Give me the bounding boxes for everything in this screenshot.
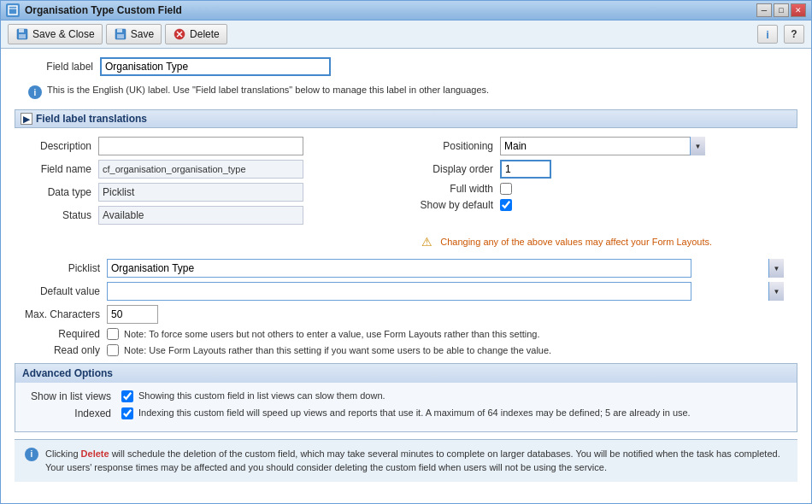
- default-value-dropdown-arrow: ▼: [768, 282, 784, 301]
- translations-label: Field label translations: [36, 113, 147, 125]
- minimize-button[interactable]: ─: [756, 3, 772, 17]
- bottom-info-bar: i Clicking Delete will schedule the dele…: [15, 439, 797, 482]
- display-order-row: Display order: [415, 160, 791, 179]
- description-input[interactable]: [98, 137, 303, 155]
- field-name-value: cf_organisation_organisation_type: [98, 160, 303, 179]
- positioning-row: Positioning Main Side Bottom ▼: [415, 137, 791, 155]
- svg-rect-7: [117, 34, 124, 38]
- picklist-select[interactable]: Organisation Type: [107, 259, 691, 278]
- delete-button[interactable]: Delete: [165, 24, 227, 44]
- picklist-row: Picklist Organisation Type ▼: [15, 259, 797, 278]
- field-name-label: Field name: [21, 163, 98, 175]
- save-close-icon: [15, 27, 29, 41]
- positioning-select[interactable]: Main Side Bottom: [500, 137, 705, 155]
- max-chars-row: Max. Characters: [15, 305, 797, 324]
- data-type-value: Picklist: [98, 183, 303, 202]
- default-value-row: Default value ▼: [15, 282, 797, 301]
- picklist-dropdown-arrow: ▼: [768, 259, 784, 278]
- svg-rect-3: [19, 29, 24, 32]
- show-in-list-note: Showing this custom field in list views …: [138, 390, 385, 402]
- display-order-input[interactable]: [500, 160, 551, 179]
- full-width-checkbox[interactable]: [500, 183, 512, 195]
- field-label-input[interactable]: [100, 57, 331, 76]
- close-button[interactable]: ✕: [791, 3, 806, 17]
- restore-button[interactable]: □: [774, 3, 789, 17]
- info-icon: i: [766, 28, 769, 41]
- read-only-checkbox[interactable]: [107, 344, 119, 356]
- main-window: Organisation Type Custom Field ─ □ ✕ Sav…: [0, 0, 812, 504]
- display-order-label: Display order: [415, 163, 500, 175]
- positioning-select-container: Main Side Bottom ▼: [500, 137, 705, 155]
- data-type-row: Data type Picklist: [21, 183, 397, 202]
- save-close-button[interactable]: Save & Close: [8, 24, 103, 44]
- required-label: Required: [21, 328, 107, 340]
- save-close-label: Save & Close: [32, 28, 95, 40]
- field-name-row: Field name cf_organisation_organisation_…: [21, 160, 397, 179]
- translations-toggle[interactable]: ▶: [21, 113, 32, 125]
- max-chars-input[interactable]: [107, 305, 158, 324]
- show-in-list-row: Show in list views Showing this custom f…: [22, 390, 790, 402]
- info-button[interactable]: i: [757, 25, 778, 44]
- save-icon: [114, 27, 127, 41]
- warning-row: ⚠ Changing any of the above values may a…: [15, 231, 797, 252]
- delete-label: Delete: [190, 28, 220, 40]
- max-chars-label: Max. Characters: [21, 308, 107, 320]
- question-icon: ?: [791, 28, 797, 40]
- description-label: Description: [21, 140, 98, 152]
- picklist-label: Picklist: [21, 262, 107, 274]
- help-button[interactable]: ?: [784, 25, 804, 44]
- indexed-note: Indexing this custom field will speed up…: [138, 407, 691, 419]
- read-only-note: Note: Use Form Layouts rather than this …: [124, 345, 551, 355]
- field-label-row: Field label: [15, 57, 797, 76]
- required-note: Note: To force some users but not others…: [124, 329, 540, 339]
- default-value-label: Default value: [21, 285, 107, 297]
- read-only-label: Read only: [21, 344, 107, 356]
- save-label: Save: [131, 28, 154, 40]
- indexed-label: Indexed: [22, 407, 116, 419]
- svg-rect-6: [117, 29, 122, 32]
- form-col-right: Positioning Main Side Bottom ▼ Display o…: [415, 137, 791, 225]
- required-row: Required Note: To force some users but n…: [15, 328, 797, 340]
- positioning-label: Positioning: [415, 140, 500, 152]
- toolbar: Save & Close Save Delete: [1, 21, 811, 49]
- warning-text: Changing any of the above values may aff…: [440, 237, 712, 247]
- translations-section-header[interactable]: ▶ Field label translations: [15, 109, 797, 128]
- delete-icon: [173, 27, 186, 41]
- advanced-options-content: Show in list views Showing this custom f…: [15, 383, 797, 431]
- form-grid: Description Field name cf_organisation_o…: [15, 137, 797, 225]
- show-by-default-row: Show by default: [415, 199, 791, 211]
- full-width-row: Full width: [415, 183, 791, 195]
- show-in-list-checkbox[interactable]: [121, 390, 133, 402]
- show-by-default-label: Show by default: [415, 199, 500, 211]
- required-checkbox[interactable]: [107, 328, 119, 340]
- advanced-options-header[interactable]: Advanced Options: [15, 364, 797, 383]
- read-only-row: Read only Note: Use Form Layouts rather …: [15, 344, 797, 356]
- window-title: Organisation Type Custom Field: [25, 4, 182, 16]
- indexed-checkbox[interactable]: [121, 407, 133, 419]
- bottom-info-text: Clicking Delete will schedule the deleti…: [45, 447, 787, 475]
- info-bar: i This is the English (UK) label. Use "F…: [21, 81, 797, 103]
- status-label: Status: [21, 209, 98, 221]
- description-row: Description: [21, 137, 397, 155]
- svg-rect-4: [19, 34, 26, 38]
- save-button[interactable]: Save: [106, 24, 162, 44]
- default-value-select-container: ▼: [107, 282, 784, 301]
- form-col-left: Description Field name cf_organisation_o…: [21, 137, 397, 225]
- warning-icon: ⚠: [421, 235, 435, 249]
- picklist-select-container: Organisation Type ▼: [107, 259, 784, 278]
- indexed-row: Indexed Indexing this custom field will …: [22, 407, 790, 419]
- show-by-default-checkbox[interactable]: [500, 199, 512, 211]
- field-label-text: Field label: [15, 61, 100, 73]
- info-circle-icon: i: [28, 85, 42, 99]
- advanced-options-section: Advanced Options Show in list views Show…: [15, 363, 797, 432]
- status-row: Status Available: [21, 206, 397, 225]
- window-icon: [6, 3, 20, 17]
- data-type-label: Data type: [21, 186, 98, 198]
- status-value: Available: [98, 206, 303, 225]
- default-value-select[interactable]: [107, 282, 691, 301]
- svg-rect-0: [9, 6, 17, 15]
- show-in-list-label: Show in list views: [22, 390, 116, 402]
- form-content: Field label i This is the English (UK) l…: [1, 49, 811, 503]
- info-message: This is the English (UK) label. Use "Fie…: [47, 85, 489, 95]
- title-bar: Organisation Type Custom Field ─ □ ✕: [1, 1, 811, 21]
